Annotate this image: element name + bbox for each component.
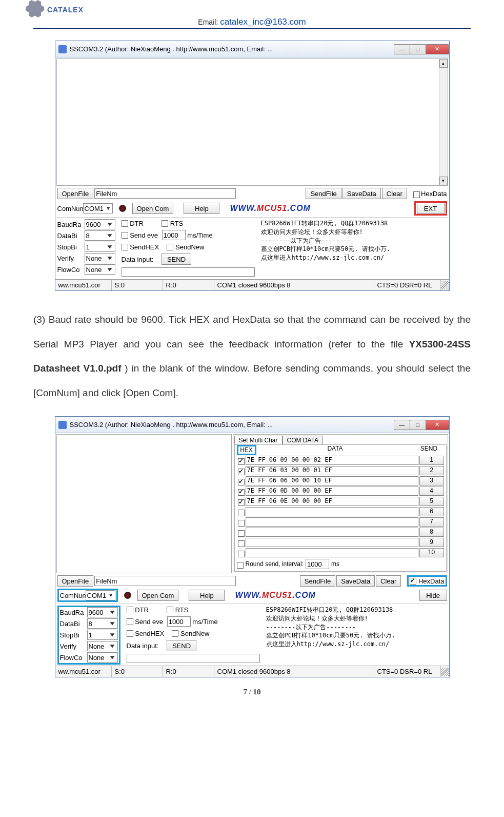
hex-data-input[interactable]: 7E FF 06 09 00 00 02 EF (246, 456, 418, 465)
verify-select[interactable]: None (87, 641, 118, 651)
maximize-button[interactable]: □ (410, 420, 426, 430)
hexdata-checkbox[interactable] (413, 191, 420, 198)
send-row-button[interactable]: 2 (419, 466, 444, 475)
round-send-checkbox[interactable] (237, 562, 244, 569)
opencom-button[interactable]: Open Com (137, 590, 179, 601)
send-row-button[interactable]: 7 (419, 517, 444, 527)
hex-data-input[interactable] (246, 548, 418, 557)
hex-data-input[interactable]: 7E FF 06 03 00 00 01 EF (246, 466, 418, 475)
baud-select[interactable]: 9600 (85, 219, 115, 229)
hex-row-checkbox[interactable] (238, 479, 245, 485)
help-button[interactable]: Help (189, 590, 225, 601)
savedata-button[interactable]: SaveData (336, 575, 375, 587)
sendnew-checkbox[interactable] (167, 244, 173, 250)
send-row-button[interactable]: 4 (419, 487, 444, 496)
flow-select[interactable]: None (85, 264, 115, 275)
sendfile-button[interactable]: SendFile (306, 188, 341, 199)
baud-select[interactable]: 9600 (87, 607, 118, 617)
email-link[interactable]: catalex_inc@163.com (220, 17, 306, 27)
comnum-select[interactable]: COM1 (86, 590, 115, 600)
send-row-button[interactable]: 3 (419, 476, 444, 485)
opencom-button[interactable]: Open Com (132, 203, 174, 214)
hex-row-checkbox[interactable] (238, 510, 245, 516)
scrollbar[interactable]: ▴ ▾ (439, 59, 448, 185)
mcu51-link[interactable]: WWW.MCU51.COM (235, 591, 316, 600)
resize-grip-icon[interactable] (441, 281, 449, 289)
verify-select[interactable]: None (85, 253, 115, 263)
sendfile-button[interactable]: SendFile (300, 575, 335, 587)
sendhex-checkbox[interactable] (127, 630, 133, 637)
openfile-button[interactable]: OpenFile (57, 188, 94, 199)
status-bar: ww.mcu51.cor S:0 R:0 COM1 closed 9600bps… (55, 279, 449, 290)
clear-button[interactable]: Clear (376, 575, 401, 587)
flow-select[interactable]: None (87, 652, 118, 663)
data-column-header: DATA (256, 445, 414, 455)
send-row-button[interactable]: 10 (419, 548, 444, 557)
tab-set-multi-char[interactable]: Set Multi Char (234, 436, 283, 444)
brand-name: CATALEX (47, 6, 84, 14)
minimize-button[interactable]: — (394, 44, 410, 54)
mcu51-link[interactable]: WWW.MCU51.COM (230, 204, 311, 213)
help-button[interactable]: Help (184, 203, 219, 214)
sendeve-checkbox[interactable] (122, 232, 128, 239)
databits-label: DataBi (60, 620, 87, 628)
send-row-button[interactable]: 8 (419, 528, 444, 537)
send-row-button[interactable]: 6 (419, 507, 444, 516)
comnum-select[interactable]: COM1 (83, 203, 113, 213)
mstime-input[interactable]: 1000 (167, 616, 191, 627)
resize-grip-icon[interactable] (441, 668, 449, 676)
sendnew-checkbox[interactable] (172, 630, 178, 637)
hex-row-checkbox[interactable] (238, 489, 245, 496)
window-titlebar: SSCOM3.2 (Author: NieXiaoMeng . http://w… (55, 417, 449, 433)
savedata-button[interactable]: SaveData (342, 188, 381, 199)
minimize-button[interactable]: — (394, 420, 410, 430)
mstime-input[interactable]: 1000 (162, 230, 186, 240)
hex-row-checkbox[interactable] (238, 540, 245, 547)
send-row-button[interactable]: 1 (419, 456, 444, 465)
filename-input[interactable]: FileNm (94, 188, 236, 199)
hex-row-checkbox[interactable] (238, 520, 245, 527)
rts-checkbox[interactable] (162, 220, 168, 227)
openfile-button[interactable]: OpenFile (57, 575, 94, 587)
hex-data-input[interactable] (246, 538, 418, 547)
clear-button[interactable]: Clear (382, 188, 407, 199)
maximize-button[interactable]: □ (410, 44, 426, 54)
hex-data-input[interactable] (246, 507, 418, 516)
data-input[interactable] (122, 267, 255, 277)
scroll-up-icon[interactable]: ▴ (439, 59, 448, 68)
stopbits-select[interactable]: 1 (87, 630, 118, 640)
hex-data-input[interactable]: 7E FF 06 06 00 00 10 EF (246, 476, 418, 485)
hex-row-checkbox[interactable] (238, 499, 245, 506)
hexdata-checkbox[interactable] (410, 578, 416, 585)
send-button[interactable]: SEND (162, 254, 191, 265)
hex-row-checkbox[interactable] (238, 469, 245, 475)
hex-data-input[interactable]: 7E FF 06 0E 00 00 00 EF (246, 497, 418, 506)
dtr-checkbox[interactable] (127, 607, 133, 613)
send-row-button[interactable]: 9 (419, 538, 444, 547)
sendhex-checkbox[interactable] (122, 244, 128, 250)
sendeve-checkbox[interactable] (127, 618, 133, 625)
databits-select[interactable]: 8 (87, 618, 118, 629)
databits-select[interactable]: 8 (85, 230, 115, 241)
stopbits-select[interactable]: 1 (85, 242, 115, 252)
hex-row-checkbox[interactable] (238, 530, 245, 537)
hex-row-checkbox[interactable] (238, 458, 245, 465)
send-row-button[interactable]: 5 (419, 497, 444, 506)
send-button[interactable]: SEND (167, 640, 196, 651)
hex-row-checkbox[interactable] (238, 551, 245, 557)
tab-com-data[interactable]: COM DATA (283, 436, 324, 444)
app-icon (58, 421, 67, 429)
filename-input[interactable]: FileNm (94, 576, 236, 586)
data-input[interactable] (127, 654, 260, 663)
close-button[interactable]: ✕ (426, 44, 449, 54)
hide-button[interactable]: Hide (419, 590, 447, 601)
hex-data-input[interactable]: 7E FF 06 0D 00 00 00 EF (246, 487, 418, 496)
scroll-down-icon[interactable]: ▾ (439, 177, 448, 185)
rts-checkbox[interactable] (167, 607, 173, 613)
round-interval-input[interactable]: 1000 (306, 559, 329, 569)
ext-button[interactable]: EXT (417, 203, 445, 214)
close-button[interactable]: ✕ (426, 420, 449, 430)
hex-data-input[interactable] (246, 528, 418, 537)
hex-data-input[interactable] (246, 517, 418, 527)
dtr-checkbox[interactable] (122, 220, 128, 227)
